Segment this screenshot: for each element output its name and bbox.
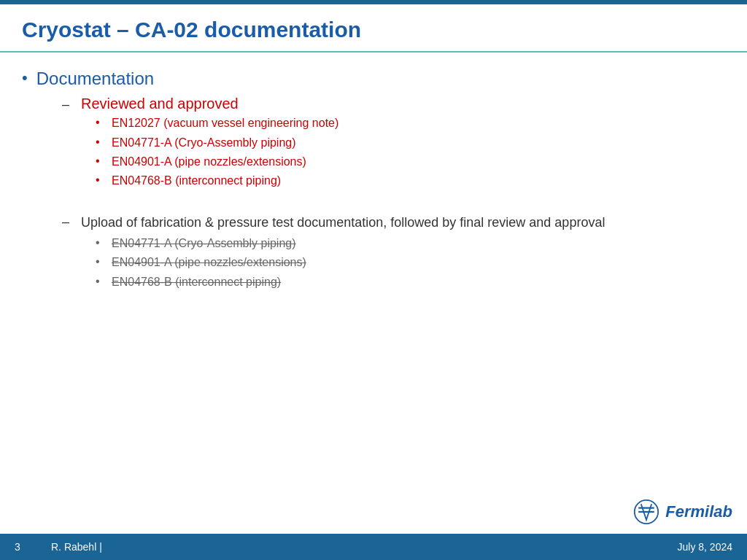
level3-bullet-icon: • [96,116,104,129]
item-text: EN12027 (vacuum vessel engineering note) [112,115,338,131]
level2-container: – Reviewed and approved • EN12027 (vacuu… [62,96,725,295]
footer-page-number: 3 [15,541,36,553]
section2-content: Upload of fabrication & pressure test do… [81,213,605,295]
item-text: EN04771-A (Cryo-Assembly piping) [112,135,296,151]
level3-bullet-icon: • [96,174,104,187]
item-text: EN04771-A (Cryo-Assembly piping) [112,236,296,252]
section1-heading: Reviewed and approved [81,96,239,112]
fermilab-icon [633,499,659,525]
level3-bullet-icon: • [96,255,104,268]
dash-icon-1: – [62,97,74,112]
fermilab-label: Fermilab [665,502,732,521]
level3-bullet-icon: • [96,155,104,168]
level3-bullet-icon: • [96,275,104,288]
list-item: • EN12027 (vacuum vessel engineering not… [96,115,338,131]
section2-heading: Upload of fabrication & pressure test do… [81,215,605,230]
list-item: • EN04771-A (Cryo-Assembly piping) [96,135,338,151]
level3-container-1: • EN12027 (vacuum vessel engineering not… [96,115,338,190]
list-item: • EN04901-A (pipe nozzles/extensions) [96,254,605,271]
fermilab-logo-area: Fermilab [633,499,732,525]
footer-author: R. Rabehl | [51,541,102,553]
list-item: • EN04771-A (Cryo-Assembly piping) [96,236,605,252]
list-item: • EN04768-B (interconnect piping) [96,173,338,189]
footer-date: July 8, 2024 [678,541,733,553]
spacer [62,201,725,213]
level3-bullet-icon: • [96,136,104,149]
level1-item: • Documentation [22,67,725,90]
list-item: • EN04901-A (pipe nozzles/extensions) [96,154,338,170]
footer: 3 R. Rabehl | July 8, 2024 [0,534,747,560]
item-text: EN04768-B (interconnect piping) [112,173,281,189]
page-title: Cryostat – CA-02 documentation [22,18,725,42]
item-text: EN04901-A (pipe nozzles/extensions) [112,254,306,271]
level3-bullet-icon: • [96,236,104,249]
level2-item-upload: – Upload of fabrication & pressure test … [62,213,725,295]
item-text: EN04768-B (interconnect piping) [112,274,281,290]
header: Cryostat – CA-02 documentation [0,4,747,52]
level1-label: Documentation [36,67,154,90]
dash-icon-2: – [62,214,74,230]
main-content: • Documentation – Reviewed and approved … [0,52,747,295]
section1-content: Reviewed and approved • EN12027 (vacuum … [81,96,338,194]
level2-item-reviewed: – Reviewed and approved • EN12027 (vacuu… [62,96,725,194]
list-item: • EN04768-B (interconnect piping) [96,274,605,290]
level3-container-2: • EN04771-A (Cryo-Assembly piping) • EN0… [96,236,605,290]
item-text: EN04901-A (pipe nozzles/extensions) [112,154,306,170]
level1-bullet-icon: • [22,69,28,88]
